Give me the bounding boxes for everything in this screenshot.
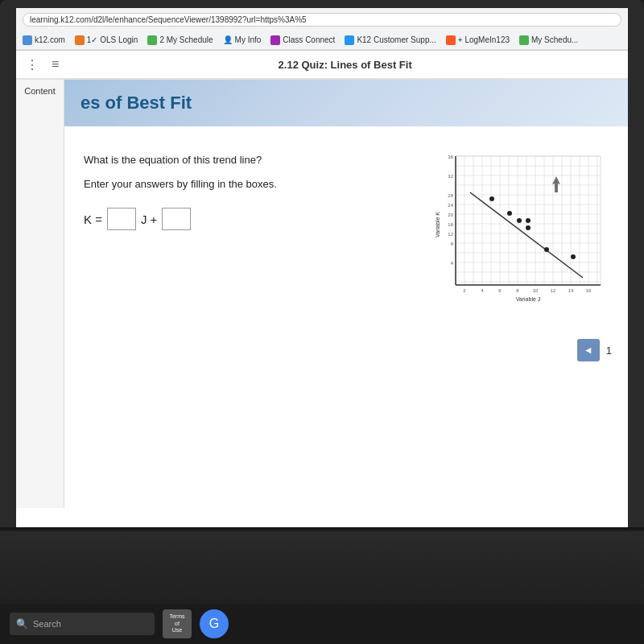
bookmark-myschedule2-label: My Schedu... [531, 35, 578, 44]
svg-point-60 [571, 254, 576, 259]
svg-point-56 [517, 218, 522, 223]
grid-icon[interactable]: ⋮ [26, 57, 39, 72]
browser-chrome: learning.k12.com/d2l/le/enhance/Sequence… [16, 8, 628, 51]
svg-text:28: 28 [448, 193, 453, 198]
search-placeholder: Search [33, 619, 61, 629]
question-text: What is the equation of this trend line? [84, 152, 415, 168]
bookmark-myinfo-label: My Info [235, 35, 262, 44]
svg-text:Variable K: Variable K [435, 212, 440, 237]
bookmark-classconnect-label: Class Connect [283, 35, 335, 44]
sidebar: Content [16, 80, 64, 508]
svg-point-55 [507, 211, 512, 216]
lms-toolbar: ⋮ ≡ 2.12 Quiz: Lines of Best Fit [16, 51, 628, 80]
instruction-text: Enter your answers by filling in the box… [84, 176, 415, 192]
address-bar[interactable]: learning.k12.com/d2l/le/enhance/Sequence… [23, 13, 621, 27]
question-text-area: What is the equation of this trend line?… [84, 152, 415, 230]
svg-text:6: 6 [498, 288, 502, 293]
svg-text:2: 2 [463, 288, 466, 293]
svg-text:12: 12 [551, 288, 556, 293]
nav-area: ◄ 1 [64, 329, 628, 371]
equation-row: K = J + [84, 208, 415, 230]
svg-text:12: 12 [448, 232, 453, 237]
terms-icon[interactable]: TermsofUse [163, 609, 192, 638]
svg-text:8: 8 [516, 288, 519, 293]
quiz-title: es of Best Fit [80, 93, 612, 114]
bookmark-support-label: K12 Customer Supp... [357, 35, 436, 44]
bookmark-support[interactable]: K12 Customer Supp... [345, 35, 436, 45]
bookmark-k12[interactable]: k12.com [23, 35, 65, 45]
bookmark-logmein[interactable]: + LogMeIn123 [446, 35, 510, 45]
page-number: 1 [606, 345, 612, 357]
bookmark-support-icon [345, 35, 354, 45]
svg-text:4: 4 [451, 261, 454, 266]
graph-container: 36 32 28 24 20 16 12 8 4 2 4 6 8 [431, 152, 609, 316]
content-layout: Content es of Best Fit What is the equat… [16, 80, 628, 508]
hamburger-icon[interactable]: ≡ [52, 57, 59, 72]
chrome-icon[interactable]: G [200, 609, 229, 638]
svg-text:36: 36 [448, 155, 453, 159]
laptop-keyboard-area: hp Address 🔍 Search TermsofUse G [0, 531, 644, 644]
bookmarks-bar: k12.com 1✓ OLS Login 2 My Schedule 👤 My … [16, 31, 628, 50]
screen: learning.k12.com/d2l/le/enhance/Sequence… [16, 8, 628, 531]
svg-text:16: 16 [448, 222, 453, 227]
bookmark-ols[interactable]: 1✓ OLS Login [75, 35, 138, 45]
bookmark-schedule[interactable]: 2 My Schedule [147, 35, 213, 45]
main-content: es of Best Fit What is the equation of t… [64, 80, 628, 508]
bookmark-ols-icon [75, 35, 85, 45]
bookmark-myinfo-icon: 👤 [223, 35, 233, 44]
bookmark-myinfo[interactable]: 👤 My Info [223, 35, 262, 44]
taskbar: 🔍 Search TermsofUse G [0, 604, 644, 644]
prev-button[interactable]: ◄ [577, 339, 600, 361]
svg-text:Variable J: Variable J [516, 296, 541, 302]
input-box-2[interactable] [162, 208, 191, 230]
input-box-1[interactable] [107, 208, 136, 230]
svg-text:4: 4 [481, 288, 484, 293]
bookmark-logmein-icon [446, 35, 456, 45]
svg-point-54 [489, 196, 494, 201]
graph-svg: 36 32 28 24 20 16 12 8 4 2 4 6 8 [431, 152, 609, 313]
svg-text:20: 20 [448, 213, 453, 217]
content-label: Content [24, 86, 56, 96]
bookmark-k12-icon [23, 35, 32, 45]
svg-text:8: 8 [451, 242, 454, 246]
svg-point-57 [526, 218, 530, 223]
svg-point-59 [544, 247, 549, 252]
svg-text:10: 10 [533, 288, 539, 293]
bookmark-classconnect-icon [270, 35, 280, 45]
bookmark-logmein-label: + LogMeIn123 [458, 35, 510, 44]
equation-middle: J + [141, 213, 157, 226]
bookmark-classconnect[interactable]: Class Connect [270, 35, 335, 45]
equation-prefix: K = [84, 213, 102, 226]
bookmark-k12-label: k12.com [35, 35, 65, 44]
svg-text:24: 24 [448, 203, 453, 208]
quiz-header: es of Best Fit [64, 80, 628, 126]
bookmark-myschedule2[interactable]: My Schedu... [519, 35, 578, 45]
search-bar[interactable]: 🔍 Search [10, 613, 155, 635]
lms-toolbar-title: 2.12 Quiz: Lines of Best Fit [72, 59, 618, 71]
address-bar-row: learning.k12.com/d2l/le/enhance/Sequence… [16, 8, 628, 31]
bookmark-ols-label: 1✓ OLS Login [87, 35, 138, 44]
bookmark-schedule-label: 2 My Schedule [159, 35, 213, 44]
svg-text:16: 16 [586, 288, 592, 293]
search-icon: 🔍 [16, 618, 28, 630]
svg-text:14: 14 [568, 288, 574, 293]
bookmark-schedule-icon [147, 35, 157, 45]
svg-point-58 [526, 225, 530, 230]
svg-text:32: 32 [448, 174, 453, 179]
bookmark-myschedule2-icon [519, 35, 529, 45]
question-area: What is the equation of this trend line?… [64, 139, 628, 329]
